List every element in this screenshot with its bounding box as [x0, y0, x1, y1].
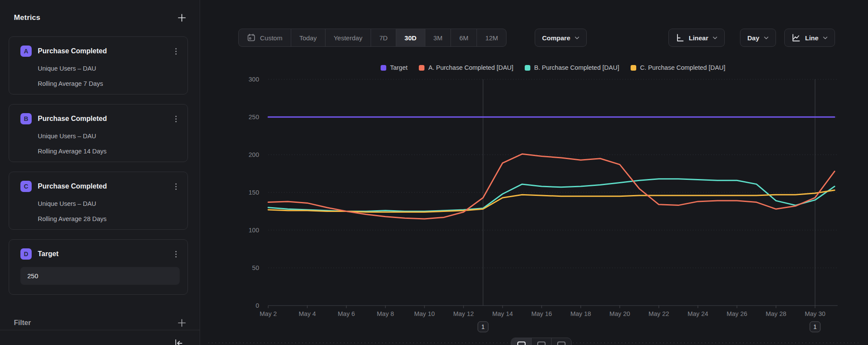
- x-axis-label: May 18: [570, 310, 591, 317]
- metric-transform[interactable]: Rolling Average 14 Days: [38, 148, 180, 155]
- metric-card-c[interactable]: C Purchase Completed Unique Users – DAU …: [9, 172, 188, 230]
- line-chart[interactable]: 050100150200250300May 2May 4May 6May 8Ma…: [200, 0, 868, 345]
- collapse-sidebar-button[interactable]: [174, 338, 186, 345]
- chart-view-button[interactable]: [511, 338, 531, 345]
- target-value-input[interactable]: [20, 267, 180, 285]
- sidebar-divider: [0, 330, 200, 330]
- metrics-sidebar: Metrics A Purchase Completed Unique User…: [0, 0, 200, 345]
- metric-title: Purchase Completed: [38, 47, 172, 55]
- x-axis-label: May 22: [648, 310, 669, 317]
- chart-panel: CustomTodayYesterday7D30D3M6M12M Compare…: [200, 0, 868, 345]
- x-axis-label: May 12: [453, 310, 474, 317]
- metrics-chart-builder: Metrics A Purchase Completed Unique User…: [0, 0, 868, 345]
- y-axis-label: 50: [252, 264, 259, 271]
- y-axis-label: 300: [249, 76, 259, 83]
- metric-transform[interactable]: Rolling Average 7 Days: [38, 80, 180, 87]
- x-axis-label: May 26: [727, 310, 747, 317]
- add-filter-button[interactable]: [176, 317, 187, 329]
- x-axis-label: May 16: [531, 310, 552, 317]
- annotation-badge[interactable]: 1: [478, 322, 488, 332]
- metrics-header: Metrics: [14, 11, 187, 24]
- target-menu-button[interactable]: [172, 249, 180, 259]
- x-axis-label: May 14: [492, 310, 513, 317]
- x-axis-label: May 30: [805, 310, 825, 317]
- target-title: Target: [38, 250, 172, 258]
- plus-icon: [177, 13, 187, 23]
- split-view-icon: [537, 342, 546, 345]
- svg-text:1: 1: [813, 323, 817, 330]
- y-axis-label: 150: [249, 189, 259, 196]
- target-card[interactable]: D Target: [9, 239, 188, 295]
- table-view-icon: [557, 342, 566, 345]
- x-axis-label: May 28: [766, 310, 786, 317]
- metric-measure[interactable]: Unique Users – DAU: [38, 200, 180, 207]
- metric-badge-c: C: [20, 181, 32, 192]
- filter-section: Filter: [14, 316, 187, 329]
- metric-transform[interactable]: Rolling Average 28 Days: [38, 215, 180, 222]
- chart-view-icon: [517, 342, 526, 345]
- x-axis-label: May 10: [414, 310, 435, 317]
- y-axis-label: 100: [249, 227, 259, 234]
- metric-menu-button[interactable]: [172, 46, 180, 56]
- metric-card-b[interactable]: B Purchase Completed Unique Users – DAU …: [9, 104, 188, 162]
- y-axis-label: 250: [249, 114, 259, 120]
- y-axis-label: 200: [249, 151, 259, 158]
- view-toggle-control: [511, 338, 572, 345]
- y-axis-label: 0: [256, 302, 259, 309]
- metrics-title: Metrics: [14, 13, 40, 22]
- metric-title: Purchase Completed: [38, 115, 172, 123]
- split-view-button[interactable]: [531, 338, 551, 345]
- x-axis-label: May 6: [338, 310, 355, 317]
- metric-menu-button[interactable]: [172, 114, 180, 124]
- x-axis-label: May 24: [687, 310, 708, 317]
- metric-card-a[interactable]: A Purchase Completed Unique Users – DAU …: [9, 36, 188, 94]
- metric-measure[interactable]: Unique Users – DAU: [38, 65, 180, 72]
- metric-title: Purchase Completed: [38, 182, 172, 190]
- collapse-left-icon: [174, 338, 184, 345]
- metric-menu-button[interactable]: [172, 182, 180, 191]
- metric-badge-b: B: [20, 113, 32, 124]
- metric-badge-d: D: [20, 248, 32, 260]
- x-axis-label: May 20: [609, 310, 630, 317]
- plus-icon: [177, 318, 187, 328]
- table-view-button[interactable]: [551, 338, 571, 345]
- filter-title: Filter: [14, 319, 31, 327]
- metric-badge-a: A: [20, 46, 32, 57]
- annotation-badge[interactable]: 1: [810, 322, 820, 332]
- add-metric-button[interactable]: [176, 12, 187, 23]
- x-axis-label: May 4: [299, 310, 316, 317]
- x-axis-label: May 8: [377, 310, 394, 317]
- metric-measure[interactable]: Unique Users – DAU: [38, 133, 180, 140]
- svg-text:1: 1: [481, 323, 485, 330]
- x-axis-label: May 2: [260, 310, 277, 317]
